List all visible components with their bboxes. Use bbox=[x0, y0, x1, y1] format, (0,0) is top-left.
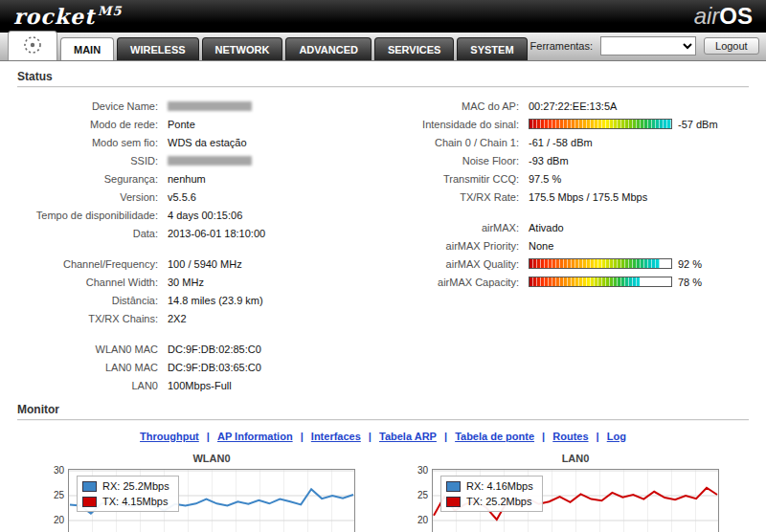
legend-label: RX: 25.2Mbps bbox=[102, 480, 169, 492]
monitor-link-tabela-de-ponte[interactable]: Tabela de ponte bbox=[455, 431, 534, 442]
status-field-value: -93 dBm bbox=[529, 155, 569, 166]
status-field-label: SSID: bbox=[0, 155, 168, 166]
value-text: Ponte bbox=[168, 119, 195, 130]
status-field-value: DC:9F:DB:02:85:C0 bbox=[168, 344, 261, 355]
y-axis-tick-label: 20 bbox=[47, 515, 64, 525]
value-text: 00:27:22:EE:13:5A bbox=[529, 100, 617, 112]
tools-label: Ferramentas: bbox=[530, 40, 593, 52]
status-row-seguran-a-: Segurança:nenhum bbox=[0, 169, 383, 188]
status-field-value: 30 MHz bbox=[168, 277, 204, 288]
value-text: 2013-06-01 18:10:00 bbox=[168, 228, 265, 239]
monitor-link-throughput[interactable]: Throughput bbox=[140, 431, 199, 442]
monitor-link-log[interactable]: Log bbox=[607, 431, 626, 442]
top-brand-bar: rocketM5 airOS bbox=[0, 0, 766, 33]
value-text: 78 % bbox=[678, 277, 702, 288]
status-row-data-: Data:2013-06-01 18:10:00 bbox=[0, 224, 383, 242]
status-field-value bbox=[168, 156, 252, 166]
status-field-label: Transmitir CCQ: bbox=[383, 173, 529, 185]
tab-bar: MAINWIRELESSNETWORKADVANCEDSERVICESSYSTE… bbox=[0, 33, 766, 61]
airmax-capacity-bar-fill bbox=[529, 277, 640, 286]
status-field-label: airMAX Priority: bbox=[383, 240, 529, 252]
monitor-link-routes[interactable]: Routes bbox=[552, 431, 588, 442]
legend-label: TX: 25.2Mbps bbox=[466, 496, 531, 507]
logout-button[interactable]: Logout bbox=[704, 37, 759, 55]
value-text: Ativado bbox=[529, 222, 564, 233]
status-field-value: 2013-06-01 18:10:00 bbox=[168, 228, 265, 239]
legend-item: TX: 25.2Mbps bbox=[446, 496, 533, 507]
airmax-quality-bar bbox=[529, 258, 672, 269]
status-field-label: Modo sem fio: bbox=[0, 137, 168, 148]
tab-advanced[interactable]: ADVANCED bbox=[285, 37, 372, 60]
status-field-label: LAN0 bbox=[0, 380, 168, 391]
value-text: 92 % bbox=[678, 258, 702, 270]
value-text: None bbox=[529, 240, 553, 252]
redacted-value bbox=[168, 101, 252, 111]
legend-swatch bbox=[446, 481, 461, 492]
tab-strip: MAINWIRELESSNETWORKADVANCEDSERVICESSYSTE… bbox=[60, 37, 530, 60]
value-text: v5.5.6 bbox=[168, 191, 196, 203]
legend-swatch bbox=[82, 481, 97, 492]
status-row-device-name-: Device Name: bbox=[0, 97, 383, 115]
status-field-value: 00:27:22:EE:13:5A bbox=[529, 100, 617, 112]
wlan0-chart-legend: RX: 25.2MbpsTX: 4.15Mbps bbox=[77, 476, 179, 512]
value-text: 100Mbps-Full bbox=[168, 380, 232, 391]
status-field-value bbox=[168, 101, 252, 111]
status-field-value: 175.5 Mbps / 175.5 Mbps bbox=[529, 191, 647, 203]
monitor-section-title: Monitor bbox=[17, 403, 749, 416]
tab-system[interactable]: SYSTEM bbox=[457, 37, 527, 60]
logo-tab[interactable] bbox=[8, 31, 57, 60]
wlan0-chart-block: WLAN0 302520 RX: 25.2MbpsTX: 4.15Mbps bbox=[47, 450, 355, 532]
status-row-tx-rx-chains-: TX/RX Chains:2X2 bbox=[0, 309, 383, 327]
status-field-value: -61 / -58 dBm bbox=[529, 137, 593, 148]
value-text: -57 dBm bbox=[678, 119, 718, 130]
status-row-version-: Version:v5.5.6 bbox=[0, 188, 383, 206]
lan0-chart: 302520 RX: 4.16MbpsTX: 25.2Mbps bbox=[432, 469, 719, 532]
status-field-label: airMAX: bbox=[383, 222, 529, 233]
status-field-value: 92 % bbox=[529, 258, 702, 270]
tools-select[interactable] bbox=[600, 36, 696, 55]
monitor-link-interfaces[interactable]: Interfaces bbox=[311, 431, 361, 442]
link-separator: | bbox=[539, 431, 548, 442]
status-field-label: TX/RX Rate: bbox=[383, 191, 529, 203]
status-row-airmax-capacity-: airMAX Capacity:78 % bbox=[383, 273, 766, 291]
status-field-value: None bbox=[529, 240, 553, 252]
status-row-tx-rx-rate-: TX/RX Rate:175.5 Mbps / 175.5 Mbps bbox=[383, 188, 766, 206]
value-text: nenhum bbox=[168, 173, 206, 185]
status-field-value: Ponte bbox=[168, 119, 195, 130]
status-field-label: airMAX Capacity: bbox=[383, 277, 529, 288]
status-field-label: TX/RX Chains: bbox=[0, 313, 168, 324]
link-separator: | bbox=[594, 431, 602, 442]
monitor-link-tabela-arp[interactable]: Tabela ARP bbox=[379, 431, 437, 442]
status-row-transmitir-ccq-: Transmitir CCQ:97.5 % bbox=[383, 169, 766, 188]
tab-wireless[interactable]: WIRELESS bbox=[117, 37, 198, 60]
status-right-column: MAC do AP:00:27:22:EE:13:5AIntensidade d… bbox=[383, 97, 766, 394]
tab-main[interactable]: MAIN bbox=[60, 37, 114, 60]
status-row-modo-sem-fio-: Modo sem fio:WDS da estação bbox=[0, 133, 383, 151]
legend-swatch bbox=[82, 497, 97, 507]
status-field-value: 2X2 bbox=[168, 313, 187, 324]
charts-area: WLAN0 302520 RX: 25.2MbpsTX: 4.15Mbps LA… bbox=[0, 446, 766, 532]
status-row-lan0-mac: LAN0 MACDC:9F:DB:03:65:C0 bbox=[0, 358, 383, 376]
status-field-label: WLAN0 MAC bbox=[0, 344, 168, 355]
lan0-chart-title: LAN0 bbox=[432, 453, 719, 464]
redacted-value bbox=[168, 156, 252, 166]
tab-network[interactable]: NETWORK bbox=[202, 37, 283, 60]
status-row-intensidade-do-sinal-: Intensidade do sinal:-57 dBm bbox=[383, 115, 766, 133]
status-field-label: Segurança: bbox=[0, 173, 168, 185]
status-row-channel-width-: Channel Width:30 MHz bbox=[0, 273, 383, 291]
airos-logo: airOS bbox=[694, 3, 753, 30]
airmax-quality-bar-fill bbox=[529, 259, 660, 268]
value-text: 30 MHz bbox=[168, 277, 204, 288]
monitor-links: Throughput | AP Information | Interfaces… bbox=[0, 421, 766, 446]
link-separator: | bbox=[298, 431, 306, 442]
y-axis-tick-label: 30 bbox=[411, 465, 428, 476]
value-text: 14.8 miles (23.9 km) bbox=[168, 295, 263, 306]
status-field-label: airMAX Quality: bbox=[383, 258, 529, 270]
y-axis-tick-label: 25 bbox=[47, 490, 64, 500]
spacer bbox=[0, 242, 383, 255]
status-field-label: Device Name: bbox=[0, 100, 168, 112]
tab-services[interactable]: SERVICES bbox=[374, 37, 454, 60]
monitor-link-ap-information[interactable]: AP Information bbox=[217, 431, 293, 442]
legend-swatch bbox=[446, 497, 461, 507]
status-field-label: Tempo de disponibilidade: bbox=[0, 210, 168, 221]
